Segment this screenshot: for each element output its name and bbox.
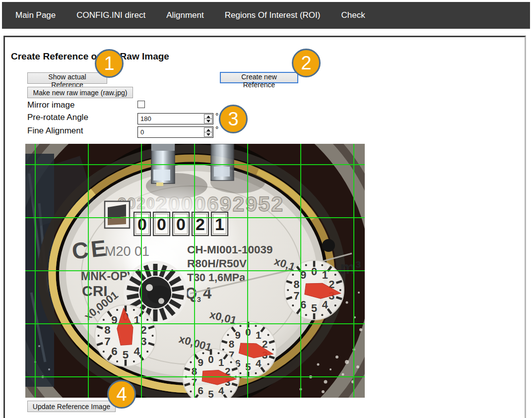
annotation-number: 1 — [104, 54, 114, 73]
svg-text:4: 4 — [133, 345, 140, 358]
svg-text:9: 9 — [111, 314, 117, 326]
top-navbar: Main Page CONFIG.INI direct Alignment Re… — [2, 2, 530, 29]
fine-alignment-field — [137, 126, 213, 138]
mirror-image-label: Mirror image — [27, 100, 74, 110]
odometer-dot — [322, 239, 335, 252]
annotation-circle-1: 1 — [95, 49, 124, 78]
annotation-number: 3 — [228, 110, 238, 128]
page-title: Create Reference out of Raw Image — [11, 51, 169, 62]
svg-text:5: 5 — [123, 349, 129, 361]
pre-rotate-angle-field — [137, 113, 213, 124]
svg-text:4: 4 — [256, 358, 262, 369]
nav-item-roi[interactable]: Regions Of Interest (ROI) — [225, 10, 321, 20]
fine-alignment-spinner — [204, 127, 212, 137]
svg-text:CE: CE — [70, 235, 110, 264]
fine-alignment-label: Fine Alignment — [27, 126, 83, 136]
mirror-image-checkbox[interactable] — [137, 101, 145, 108]
nav-item-alignment[interactable]: Alignment — [166, 10, 204, 20]
pre-rotate-angle-input[interactable] — [138, 114, 213, 124]
annotation-circle-2: 2 — [292, 49, 321, 77]
spin-down-button[interactable] — [204, 119, 212, 123]
raw-reference-image: 2020 2000692952 00021 m³ CE M20 01 CH-MI… — [25, 144, 365, 398]
annotation-number: 4 — [116, 385, 127, 404]
annotation-number: 2 — [301, 54, 311, 72]
fine-alignment-degree-suffix: ° — [215, 125, 218, 134]
spin-up-button[interactable] — [204, 115, 212, 119]
create-new-reference-button[interactable]: Create new Reference — [220, 72, 298, 83]
svg-text:8: 8 — [294, 278, 300, 291]
svg-text:7: 7 — [294, 290, 300, 302]
svg-text:M20 01: M20 01 — [105, 244, 149, 259]
svg-text:4: 4 — [322, 299, 328, 311]
make-new-raw-image-button[interactable]: Make new raw image (raw.jpg) — [27, 87, 133, 98]
svg-text:7: 7 — [104, 335, 110, 348]
svg-text:5: 5 — [208, 388, 213, 398]
svg-text:9: 9 — [235, 329, 241, 341]
svg-text:6: 6 — [111, 345, 117, 358]
unit-label: m³ — [340, 258, 361, 277]
pre-rotate-degree-suffix: ° — [215, 112, 218, 121]
water-meter-photo: 2020 2000692952 00021 m³ CE M20 01 CH-MI… — [25, 144, 365, 398]
spin-down-button[interactable] — [204, 132, 212, 136]
svg-text:1: 1 — [133, 314, 139, 326]
pre-rotate-angle-label: Pre-rotate Angle — [27, 113, 88, 122]
nav-item-main-page[interactable]: Main Page — [15, 10, 56, 20]
annotation-circle-4: 4 — [107, 380, 136, 409]
down-arrow-icon — [206, 120, 210, 122]
spin-up-button[interactable] — [204, 128, 212, 132]
svg-text:8: 8 — [104, 324, 110, 336]
svg-text:0: 0 — [208, 354, 213, 365]
up-arrow-icon — [206, 129, 210, 131]
svg-text:8: 8 — [229, 338, 234, 350]
svg-text:R80H/R50V: R80H/R50V — [187, 257, 247, 270]
svg-text:4: 4 — [203, 285, 212, 302]
svg-text:CH-MI001-10039: CH-MI001-10039 — [187, 243, 273, 256]
svg-text:5: 5 — [311, 302, 317, 314]
svg-text:6: 6 — [198, 385, 203, 396]
svg-text:3: 3 — [197, 296, 201, 303]
nav-item-config-ini[interactable]: CONFIG.INI direct — [76, 10, 145, 20]
odometer-digits: 00021 — [134, 212, 228, 236]
update-reference-image-button[interactable]: Update Reference Image — [27, 401, 116, 412]
svg-text:0: 0 — [311, 265, 317, 278]
annotation-circle-3: 3 — [219, 105, 248, 133]
odometer-icon — [105, 201, 130, 228]
svg-text:1: 1 — [256, 329, 261, 341]
fine-alignment-input[interactable] — [138, 127, 213, 137]
svg-text:4: 4 — [218, 385, 224, 396]
pre-rotate-spinner — [204, 114, 212, 123]
svg-text:9: 9 — [198, 357, 203, 368]
down-arrow-icon — [206, 133, 210, 136]
show-actual-reference-button[interactable]: Show actual Reference — [27, 72, 107, 84]
up-arrow-icon — [206, 116, 210, 118]
nav-item-check[interactable]: Check — [341, 10, 365, 20]
svg-text:1: 1 — [218, 357, 224, 368]
